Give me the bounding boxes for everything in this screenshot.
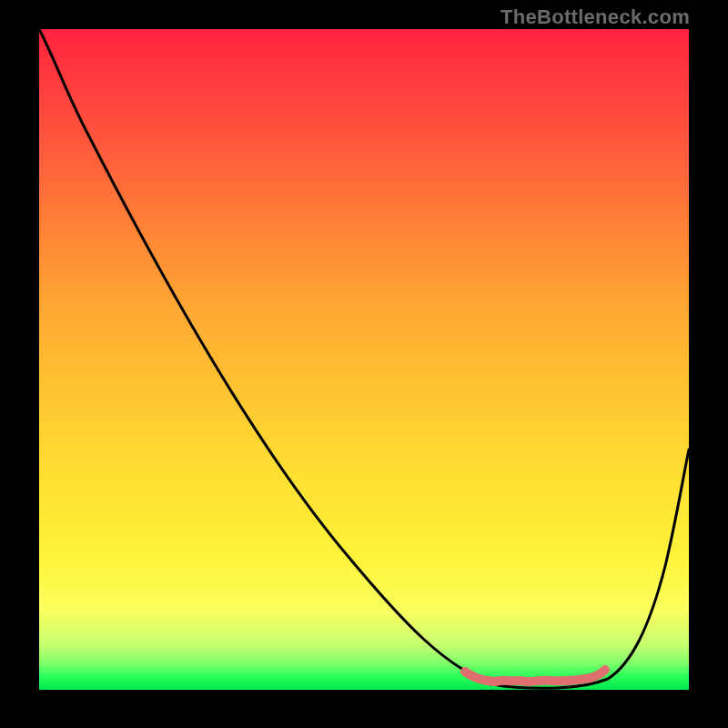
marker-band (465, 670, 605, 682)
chart-frame: TheBottleneck.com (0, 0, 728, 728)
watermark-text: TheBottleneck.com (500, 5, 690, 29)
chart-svg (39, 29, 689, 690)
main-curve (39, 29, 689, 688)
